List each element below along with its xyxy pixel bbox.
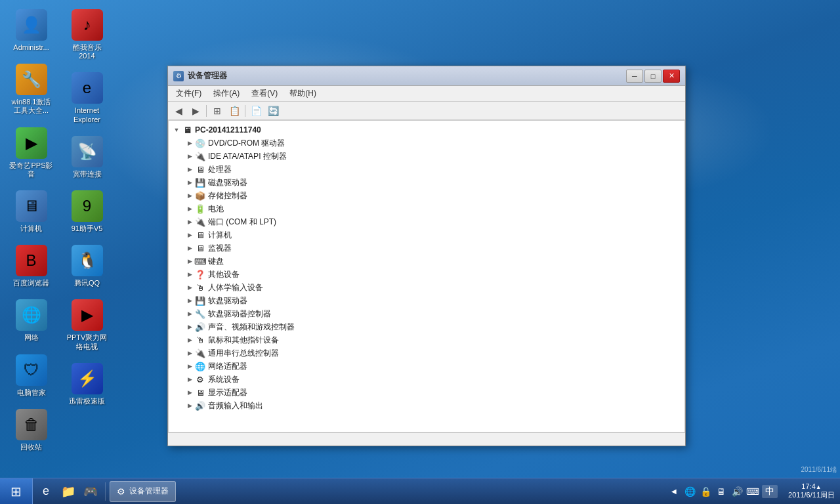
- expander-14[interactable]: ▶: [184, 322, 195, 332]
- toolbar-btn-3[interactable]: 📋: [226, 104, 242, 118]
- expander-7[interactable]: ▶: [184, 230, 195, 240]
- desktop-icon-computer[interactable]: 🖥 计算机: [7, 188, 56, 236]
- menu-help[interactable]: 帮助(H): [284, 87, 322, 100]
- quicklaunch-2[interactable]: 🎮: [80, 481, 101, 502]
- tree-view[interactable]: ▼ 🖥 PC-201412111740 ▶ 💿 DVD/CD-ROM 驱动器 ▶…: [168, 120, 685, 432]
- tray-volume[interactable]: 🔊: [730, 485, 744, 498]
- tree-item-14[interactable]: ▶ 🔊 声音、视频和游戏控制器: [169, 320, 684, 333]
- maximize-button[interactable]: □: [644, 70, 662, 83]
- tree-item-1[interactable]: ▶ 🔌 IDE ATA/ATAPI 控制器: [169, 150, 684, 163]
- icon-image-recycle: 🗑: [16, 409, 47, 440]
- desktop-icon-win88[interactable]: 🔧 win88.1激活工具大全...: [7, 61, 56, 117]
- icon-label-thunder: 迅雷极速版: [69, 397, 105, 406]
- expander-4[interactable]: ▶: [184, 190, 195, 201]
- expander-6[interactable]: ▶: [184, 217, 195, 227]
- tray-keyboard[interactable]: ⌨: [746, 485, 759, 498]
- desktop-icon-recycle[interactable]: 🗑 回收站: [7, 406, 56, 454]
- desktop-icon-pptv[interactable]: ▶ PPTV聚力网络电视: [62, 297, 112, 353]
- minimize-button[interactable]: ─: [626, 70, 643, 83]
- tree-item-2[interactable]: ▶ 🖥 处理器: [169, 163, 684, 176]
- icon-label-admin: Administr...: [13, 43, 49, 52]
- close-button[interactable]: ✕: [663, 70, 680, 83]
- expander-12[interactable]: ▶: [184, 295, 195, 306]
- expander-20[interactable]: ▶: [184, 400, 195, 411]
- tree-item-5[interactable]: ▶ 🔋 电池: [169, 202, 684, 215]
- tree-item-17[interactable]: ▶ 🌐 网络适配器: [169, 360, 684, 373]
- icon-label-pcmgr: 电脑管家: [17, 388, 46, 397]
- item-icon-3: 💾: [195, 177, 205, 188]
- desktop-icon-broadband[interactable]: 📡 宽带连接: [62, 133, 112, 181]
- tree-item-7[interactable]: ▶ 🖥 计算机: [169, 228, 684, 242]
- tree-item-15[interactable]: ▶ 🖱 鼠标和其他指针设备: [169, 333, 684, 346]
- desktop-icon-baidu[interactable]: B 百度浏览器: [7, 242, 56, 290]
- desktop-icon-qq[interactable]: 🐧 腾讯QQ: [62, 242, 112, 290]
- quicklaunch-1[interactable]: 📁: [58, 481, 79, 502]
- menu-file[interactable]: 文件(F): [171, 87, 207, 100]
- desktop: 👤 Administr... 🔧 win88.1激活工具大全... ▶ 爱奇艺P…: [0, 0, 840, 504]
- tree-item-0[interactable]: ▶ 💿 DVD/CD-ROM 驱动器: [169, 136, 684, 150]
- expander-11[interactable]: ▶: [184, 282, 195, 293]
- root-expander[interactable]: ▼: [171, 125, 182, 135]
- expander-10[interactable]: ▶: [184, 269, 195, 280]
- expander-3[interactable]: ▶: [184, 177, 195, 188]
- toolbar: ◀▶⊞📋📄🔄: [168, 102, 685, 120]
- tray-network[interactable]: 🌐: [683, 485, 696, 498]
- toolbar-btn-4[interactable]: 📄: [248, 104, 264, 118]
- tree-item-6[interactable]: ▶ 🔌 端口 (COM 和 LPT): [169, 215, 684, 228]
- toolbar-btn-1[interactable]: ▶: [188, 104, 203, 118]
- tree-item-19[interactable]: ▶ 🖥 显示适配器: [169, 386, 684, 399]
- item-label-5: 电池: [208, 203, 224, 215]
- desktop-icons: 👤 Administr... 🔧 win88.1激活工具大全... ▶ 爱奇艺P…: [7, 7, 105, 466]
- tray-input-method[interactable]: 中: [762, 485, 778, 498]
- tree-item-8[interactable]: ▶ 🖥 监视器: [169, 242, 684, 255]
- tray-expand[interactable]: ◀: [667, 485, 681, 498]
- expander-5[interactable]: ▶: [184, 203, 195, 214]
- tray-security[interactable]: 🔒: [699, 485, 712, 498]
- expander-15[interactable]: ▶: [184, 335, 195, 345]
- item-label-16: 通用串行总线控制器: [208, 348, 279, 359]
- menu-action[interactable]: 操作(A): [208, 87, 245, 100]
- expander-17[interactable]: ▶: [184, 361, 195, 371]
- desktop-icon-pps[interactable]: ▶ 爱奇艺PPS影音: [7, 125, 56, 181]
- tree-item-18[interactable]: ▶ ⚙ 系统设备: [169, 373, 684, 386]
- expander-8[interactable]: ▶: [184, 243, 195, 253]
- menu-view[interactable]: 查看(V): [246, 87, 283, 100]
- tree-item-20[interactable]: ▶ 🔊 音频输入和输出: [169, 399, 684, 412]
- start-button[interactable]: ⊞: [0, 478, 33, 504]
- expander-16[interactable]: ▶: [184, 348, 195, 358]
- expander-13[interactable]: ▶: [184, 308, 195, 319]
- icon-image-qq: 🐧: [72, 245, 103, 276]
- tree-item-3[interactable]: ▶ 💾 磁盘驱动器: [169, 176, 684, 189]
- desktop-icon-kuwo[interactable]: ♪ 酷我音乐2014: [62, 7, 112, 63]
- tree-item-11[interactable]: ▶ 🖱 人体学输入设备: [169, 281, 684, 294]
- expander-18[interactable]: ▶: [184, 374, 195, 385]
- window-title-left: ⚙ 设备管理器: [173, 70, 227, 81]
- expander-0[interactable]: ▶: [184, 138, 195, 148]
- desktop-icon-91[interactable]: 9 91助手V5: [62, 188, 112, 236]
- taskbar-devmgr[interactable]: ⚙设备管理器: [110, 481, 176, 502]
- desktop-icon-network[interactable]: 🌐 网络: [7, 297, 56, 345]
- expander-2[interactable]: ▶: [184, 164, 195, 175]
- quicklaunch-0[interactable]: e: [35, 481, 56, 502]
- desktop-icon-admin[interactable]: 👤 Administr...: [7, 7, 56, 54]
- clock-time: 17:4▲: [801, 482, 821, 490]
- tree-item-9[interactable]: ▶ ⌨ 键盘: [169, 255, 684, 268]
- expander-19[interactable]: ▶: [184, 387, 195, 398]
- expander-1[interactable]: ▶: [184, 151, 195, 161]
- icon-image-kuwo: ♪: [72, 9, 103, 41]
- desktop-icon-thunder[interactable]: ⚡ 迅雷极速版: [62, 360, 112, 408]
- toolbar-btn-2[interactable]: ⊞: [209, 104, 225, 118]
- desktop-icon-ie[interactable]: e Internet Explorer: [62, 70, 112, 126]
- toolbar-btn-5[interactable]: 🔄: [265, 104, 281, 118]
- tree-root[interactable]: ▼ 🖥 PC-201412111740: [169, 123, 684, 136]
- item-icon-15: 🖱: [195, 335, 205, 345]
- tree-item-12[interactable]: ▶ 💾 软盘驱动器: [169, 294, 684, 307]
- tree-item-4[interactable]: ▶ 📦 存储控制器: [169, 189, 684, 202]
- tree-item-10[interactable]: ▶ ❓ 其他设备: [169, 268, 684, 281]
- desktop-icon-pcmgr[interactable]: 🛡 电脑管家: [7, 352, 56, 400]
- toolbar-btn-0[interactable]: ◀: [171, 104, 186, 118]
- tree-item-13[interactable]: ▶ 🔧 软盘驱动器控制器: [169, 307, 684, 320]
- tree-item-16[interactable]: ▶ 🔌 通用串行总线控制器: [169, 346, 684, 360]
- clock[interactable]: 17:4▲ 2011/6/11周日: [783, 482, 840, 500]
- tray-display[interactable]: 🖥: [715, 485, 728, 498]
